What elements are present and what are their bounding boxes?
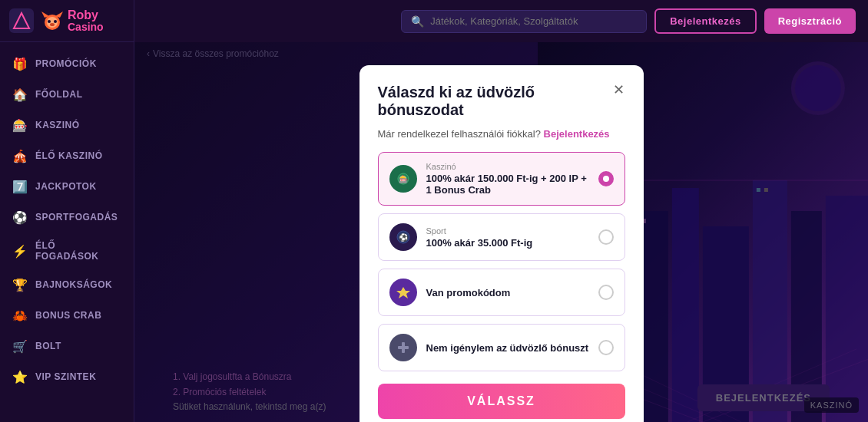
no-bonus-radio[interactable]	[598, 340, 614, 355]
logo-text: Roby Casino	[68, 8, 104, 34]
promociok-icon: 🎁	[12, 56, 28, 71]
svg-point-7	[54, 20, 57, 23]
home-icon: 🏠	[12, 87, 28, 102]
sidebar-item-kaszino[interactable]: 🎰 Kaszinó	[0, 110, 134, 140]
avatar-icon	[40, 8, 65, 33]
sidebar-nav: 🎁 Promóciók 🏠 Főoldal 🎰 Kaszinó 🎪 Élő Ka…	[0, 42, 134, 422]
shop-icon: 🛒	[12, 338, 28, 354]
no-bonus-option-text: Nem igénylem az üdvözlő bónuszt	[426, 342, 589, 354]
modal-subtitle: Már rendelkezel felhasználói fiókkal? Be…	[378, 128, 625, 140]
modal-dialog: Válaszd ki az üdvözlő bónuszodat ✕ Már r…	[359, 65, 644, 422]
search-input[interactable]	[430, 15, 637, 27]
sidebar-item-fooldal[interactable]: 🏠 Főoldal	[0, 79, 134, 110]
svg-point-6	[48, 20, 51, 23]
search-bar[interactable]: 🔍	[401, 10, 647, 33]
svg-text:⚽: ⚽	[399, 232, 409, 242]
crab-icon: 🦀	[12, 308, 28, 323]
modal-overlay: Válaszd ki az üdvözlő bónuszodat ✕ Már r…	[134, 42, 868, 422]
main-content: 🔍 Bejelentkezés Regisztráció	[134, 0, 868, 422]
sidebar-item-jackpotok[interactable]: 7️⃣ Jackpotok	[0, 171, 134, 202]
svg-text:🎰: 🎰	[399, 174, 409, 184]
logo: Roby Casino	[0, 0, 134, 42]
background-scene: ‹ Vissza az összes promócióhoz Kaszinó 1…	[134, 42, 868, 422]
sidebar-item-elo-fogadas[interactable]: ⚡ Élő Fogadások	[0, 232, 134, 269]
promo-radio[interactable]	[598, 285, 614, 300]
sidebar-item-bajnoksagok[interactable]: 🏆 Bajnokságok	[0, 269, 134, 300]
sport-option-text: Sport 100% akár 35.000 Ft-ig	[426, 226, 589, 249]
sidebar-item-promociok[interactable]: 🎁 Promóciók	[0, 48, 134, 79]
casino-icon: 🎰	[12, 117, 28, 133]
casino-option-icon: 🎰	[389, 165, 417, 193]
sidebar-item-bolt[interactable]: 🛒 Bolt	[0, 331, 134, 361]
sidebar-item-bonus-crab[interactable]: 🦀 Bonus Crab	[0, 300, 134, 331]
sidebar-item-vip-szintek[interactable]: ⭐ VIP Szintek	[0, 361, 134, 392]
option-casino[interactable]: 🎰 Kaszinó 100% akár 150.000 Ft-ig + 200 …	[378, 152, 625, 206]
promo-option-text: Van promokódom	[426, 287, 589, 298]
live-casino-icon: 🎪	[12, 148, 28, 163]
sport-radio[interactable]	[598, 229, 614, 245]
championship-icon: 🏆	[12, 277, 28, 292]
sport-icon: ⚽	[12, 209, 28, 225]
choose-button[interactable]: VÁLASSZ	[378, 384, 625, 419]
modal-close-button[interactable]: ✕	[608, 79, 630, 101]
svg-point-8	[50, 23, 55, 26]
casino-radio[interactable]	[598, 171, 614, 186]
modal-login-link[interactable]: Bejelentkezés	[544, 128, 610, 140]
register-button[interactable]: Regisztráció	[764, 8, 856, 34]
login-button[interactable]: Bejelentkezés	[654, 8, 757, 34]
jackpot-icon: 7️⃣	[12, 179, 28, 194]
promo-option-icon	[389, 279, 417, 306]
vip-icon: ⭐	[12, 369, 28, 384]
option-no-bonus[interactable]: Nem igénylem az üdvözlő bónuszt	[378, 324, 625, 371]
sidebar: Roby Casino 🎁 Promóciók 🏠 Főoldal 🎰 Kasz…	[0, 0, 134, 422]
live-betting-icon: ⚡	[12, 243, 28, 259]
sidebar-item-elo-kaszino[interactable]: 🎪 Élő Kaszinó	[0, 140, 134, 171]
casino-option-text: Kaszinó 100% akár 150.000 Ft-ig + 200 IP…	[426, 162, 589, 196]
modal-title: Válaszd ki az üdvözlő bónuszodat	[378, 84, 625, 119]
header: 🔍 Bejelentkezés Regisztráció	[134, 0, 868, 42]
no-bonus-option-icon	[389, 334, 417, 361]
sport-option-icon: ⚽	[389, 223, 417, 251]
option-promo[interactable]: Van promokódom	[378, 269, 625, 316]
logo-icon	[9, 8, 34, 33]
search-icon: 🔍	[411, 15, 424, 28]
sidebar-item-sportfogadas[interactable]: ⚽ Sportfogadás	[0, 202, 134, 232]
option-sport[interactable]: ⚽ Sport 100% akár 35.000 Ft-ig	[378, 213, 625, 261]
svg-rect-49	[402, 342, 405, 353]
